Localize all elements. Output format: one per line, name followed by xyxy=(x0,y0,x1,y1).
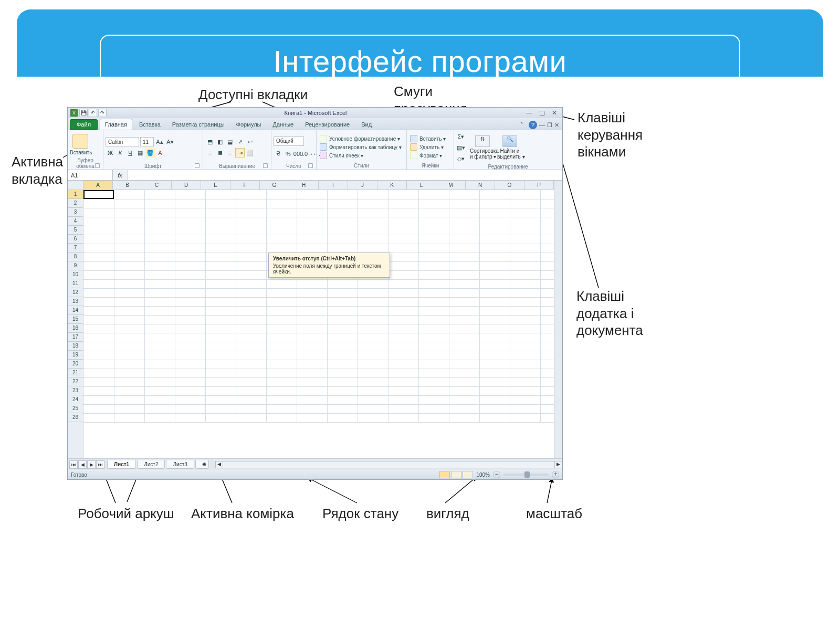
row-header[interactable]: 8 xyxy=(68,253,83,261)
hscroll-right-icon[interactable]: ▶ xyxy=(554,461,562,468)
column-header[interactable]: G xyxy=(260,181,289,190)
name-box[interactable]: A1 xyxy=(68,170,113,180)
format-as-table-button[interactable]: Форматировать как таблицу ▾ xyxy=(319,143,403,151)
row-header[interactable]: 1 xyxy=(68,190,83,199)
column-header[interactable]: C xyxy=(142,181,172,190)
font-color-button[interactable]: A xyxy=(155,148,165,158)
align-left-icon[interactable]: ≡ xyxy=(205,148,215,158)
launcher-align[interactable] xyxy=(263,163,268,168)
row-header[interactable]: 10 xyxy=(68,270,83,279)
row-header[interactable]: 22 xyxy=(68,377,83,386)
align-mid-icon[interactable]: ◧ xyxy=(215,137,225,146)
cell-styles-button[interactable]: Стили ячеек ▾ xyxy=(319,152,403,159)
indent-inc-icon[interactable]: ⇥ xyxy=(235,148,245,158)
column-header[interactable]: J xyxy=(348,181,377,190)
help-icon[interactable]: ? xyxy=(529,121,537,129)
sort-filter-button[interactable]: ⇅ Сортировка и фильтр ▾ xyxy=(470,135,495,160)
view-page-break-button[interactable] xyxy=(463,471,473,478)
sheet-next-icon[interactable]: ▶ xyxy=(87,460,96,469)
sheet-tab-2[interactable]: Лист2 xyxy=(137,460,165,469)
close-button[interactable]: ✕ xyxy=(550,109,559,117)
row-header[interactable]: 23 xyxy=(68,386,83,395)
find-select-button[interactable]: 🔍 Найти и выделить ▾ xyxy=(497,135,522,160)
fill-color-button[interactable]: 🪣 xyxy=(145,148,155,158)
row-header[interactable]: 16 xyxy=(68,324,83,333)
align-bot-icon[interactable]: ⬓ xyxy=(225,137,235,146)
active-cell[interactable] xyxy=(83,190,114,199)
sheet-first-icon[interactable]: ⏮ xyxy=(69,460,78,469)
row-header[interactable]: 17 xyxy=(68,333,83,342)
sheet-last-icon[interactable]: ⏭ xyxy=(96,460,104,469)
percent-icon[interactable]: % xyxy=(284,149,293,159)
wb-close-button[interactable]: ✕ xyxy=(554,122,559,129)
merge-icon[interactable]: ⬜ xyxy=(245,148,255,158)
ribbon-tab-layout[interactable]: Разметка страницы xyxy=(167,119,229,130)
view-normal-button[interactable] xyxy=(439,471,450,478)
column-header[interactable]: O xyxy=(495,181,524,190)
delete-cells-button[interactable]: Удалить ▾ xyxy=(409,143,447,151)
currency-icon[interactable]: ₴ xyxy=(274,149,283,159)
dec-inc-icon[interactable]: .0→ xyxy=(303,149,313,159)
bold-button[interactable]: Ж xyxy=(106,148,115,158)
column-header[interactable]: K xyxy=(377,181,407,190)
row-header[interactable]: 11 xyxy=(68,279,83,288)
row-header[interactable]: 4 xyxy=(68,217,83,226)
column-header[interactable]: E xyxy=(201,181,230,190)
ribbon-tab-data[interactable]: Данные xyxy=(268,119,298,130)
row-header[interactable]: 3 xyxy=(68,208,83,217)
conditional-formatting-button[interactable]: Условное форматирование ▾ xyxy=(319,135,403,142)
autosum-icon[interactable]: Σ▾ xyxy=(456,132,466,141)
column-header[interactable]: A xyxy=(83,181,113,190)
row-header[interactable]: 25 xyxy=(68,404,83,413)
maximize-button[interactable]: ▢ xyxy=(537,109,547,117)
row-header[interactable]: 6 xyxy=(68,235,83,244)
sheet-tab-3[interactable]: Лист3 xyxy=(166,460,194,469)
row-header[interactable]: 5 xyxy=(68,226,83,235)
row-header[interactable]: 26 xyxy=(68,413,83,422)
row-header[interactable]: 2 xyxy=(68,199,83,208)
row-header[interactable]: 24 xyxy=(68,395,83,404)
view-page-layout-button[interactable] xyxy=(451,471,461,478)
redo-icon[interactable]: ↷ xyxy=(98,109,107,117)
column-header[interactable]: L xyxy=(407,181,436,190)
zoom-slider[interactable] xyxy=(503,474,549,476)
clear-icon[interactable]: ◇▾ xyxy=(456,154,466,163)
column-header[interactable]: M xyxy=(436,181,466,190)
column-header[interactable]: N xyxy=(466,181,495,190)
launcher-number[interactable] xyxy=(308,163,313,168)
align-right-icon[interactable]: ≡ xyxy=(225,148,235,158)
wb-restore-button[interactable]: ❐ xyxy=(547,122,552,129)
minimize-button[interactable]: — xyxy=(524,109,534,117)
font-name-select[interactable]: Calibri xyxy=(106,137,139,146)
row-header[interactable]: 14 xyxy=(68,306,83,315)
column-header[interactable]: P xyxy=(524,181,554,190)
row-header[interactable]: 13 xyxy=(68,297,83,306)
column-header[interactable]: F xyxy=(230,181,260,190)
worksheet-grid[interactable]: Увеличить отступ (Ctrl+Alt+Tab) Увеличен… xyxy=(68,181,562,458)
zoom-out-button[interactable]: − xyxy=(493,471,500,478)
align-top-icon[interactable]: ⬒ xyxy=(205,137,215,146)
column-header[interactable]: H xyxy=(289,181,319,190)
shrink-font-icon[interactable]: A▾ xyxy=(165,137,175,146)
row-header[interactable]: 7 xyxy=(68,244,83,253)
column-header[interactable]: B xyxy=(113,181,142,190)
launcher-font[interactable] xyxy=(195,163,200,168)
launcher-clipboard[interactable] xyxy=(95,163,100,168)
minimize-ribbon-icon[interactable]: ˄ xyxy=(517,120,527,130)
row-header[interactable]: 9 xyxy=(68,261,83,270)
grow-font-icon[interactable]: A▴ xyxy=(155,137,164,146)
zoom-in-button[interactable]: + xyxy=(552,471,559,478)
italic-button[interactable]: К xyxy=(116,148,125,158)
format-cells-button[interactable]: Формат ▾ xyxy=(409,152,447,159)
column-header[interactable]: D xyxy=(172,181,201,190)
fx-icon[interactable]: fx xyxy=(113,170,128,180)
font-size-select[interactable]: 11 xyxy=(140,137,154,146)
ribbon-tab-insert[interactable]: Вставка xyxy=(134,119,165,130)
row-header[interactable]: 18 xyxy=(68,342,83,351)
fill-icon[interactable]: ▤▾ xyxy=(456,143,466,152)
file-tab[interactable]: Файл xyxy=(70,119,98,130)
sheet-prev-icon[interactable]: ◀ xyxy=(78,460,87,469)
column-header[interactable]: I xyxy=(319,181,348,190)
save-icon[interactable]: 💾 xyxy=(79,109,88,117)
hscroll-left-icon[interactable]: ◀ xyxy=(216,461,223,468)
